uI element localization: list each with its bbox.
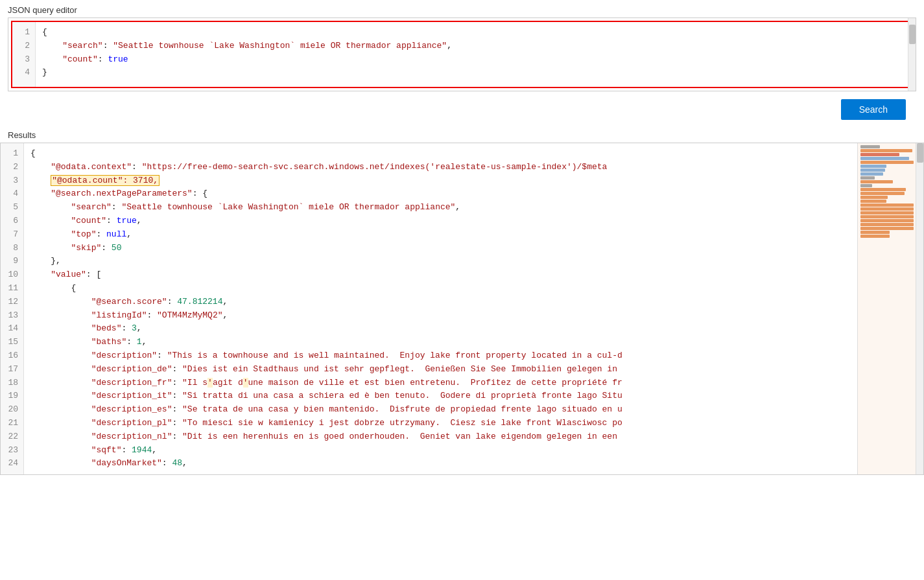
result-line-6: "count": true,: [30, 215, 851, 228]
result-line-21: "description_pl": "To miesci sie w kamie…: [30, 417, 851, 430]
result-line-5: "search": "Seattle townhouse `Lake Washi…: [30, 201, 851, 215]
code-line-4: }: [42, 66, 905, 80]
editor-line-numbers: 1 2 3 4: [12, 22, 36, 87]
result-line-14: "beds": 3,: [30, 322, 851, 336]
editor-inner: 1 2 3 4 { "search": "Seattle townhouse `…: [11, 21, 913, 88]
result-line-23: "sqft": 1944,: [30, 444, 851, 458]
search-button-row: Search: [0, 91, 924, 125]
result-line-16: "description": "This is a townhouse and …: [30, 349, 851, 363]
result-line-20: "description_es": "Se trata de una casa …: [30, 403, 851, 417]
results-line-numbers: 1 2 3 4 5 6 7 8 9 10 11 12 13 14 15 16 1…: [1, 143, 24, 474]
result-line-17: "description_de": "Dies ist ein Stadthau…: [30, 363, 851, 377]
search-button[interactable]: Search: [841, 99, 906, 120]
results-code-area: 1 2 3 4 5 6 7 8 9 10 11 12 13 14 15 16 1…: [1, 143, 923, 474]
result-line-18: "description_fr": "Il s'agit d'une maiso…: [30, 377, 851, 390]
code-line-2: "search": "Seattle townhouse `Lake Washi…: [42, 40, 905, 53]
result-line-9: },: [30, 255, 851, 268]
editor-section: JSON query editor 1 2 3 4 { "search": "S…: [0, 0, 924, 91]
result-line-10: "value": [: [30, 268, 851, 282]
editor-label: JSON query editor: [0, 0, 924, 17]
minimap-lines: [858, 143, 916, 240]
result-line-4: "@search.nextPageParameters": {: [30, 187, 851, 201]
results-label: Results: [0, 125, 924, 143]
editor-container[interactable]: 1 2 3 4 { "search": "Seattle townhouse `…: [8, 17, 916, 91]
editor-code-content[interactable]: { "search": "Seattle townhouse `Lake Was…: [36, 22, 912, 87]
editor-scrollbar-thumb: [909, 25, 916, 44]
results-code-content[interactable]: { "@odata.context": "https://free-demo-s…: [24, 143, 857, 474]
editor-code-area: 1 2 3 4 { "search": "Seattle townhouse `…: [12, 22, 912, 87]
result-line-8: "skip": 50: [30, 242, 851, 255]
results-section: Results 1 2 3 4 5 6 7 8 9 10 11 12 13 14…: [0, 125, 924, 475]
results-editor: 1 2 3 4 5 6 7 8 9 10 11 12 13 14 15 16 1…: [0, 143, 924, 475]
code-line-1: {: [42, 26, 905, 40]
result-line-13: "listingId": "OTM4MzMyMQ2",: [30, 309, 851, 323]
result-line-11: {: [30, 282, 851, 296]
result-line-1: {: [30, 147, 851, 161]
results-minimap: [857, 143, 916, 474]
result-line-2: "@odata.context": "https://free-demo-sea…: [30, 161, 851, 174]
result-line-7: "top": null,: [30, 228, 851, 242]
result-line-3: "@odata.count": 3710,: [30, 174, 851, 188]
code-line-3: "count": true: [42, 53, 905, 67]
result-line-22: "description_nl": "Dit is een herenhuis …: [30, 430, 851, 444]
results-scrollbar-thumb: [917, 143, 923, 163]
results-scrollbar[interactable]: [916, 143, 923, 474]
result-line-15: "baths": 1,: [30, 336, 851, 349]
result-line-24: "daysOnMarket": 48,: [30, 457, 851, 470]
result-line-12: "@search.score": 47.812214,: [30, 296, 851, 309]
editor-scrollbar[interactable]: [908, 18, 916, 91]
result-line-19: "description_it": "Si tratta di una casa…: [30, 389, 851, 403]
